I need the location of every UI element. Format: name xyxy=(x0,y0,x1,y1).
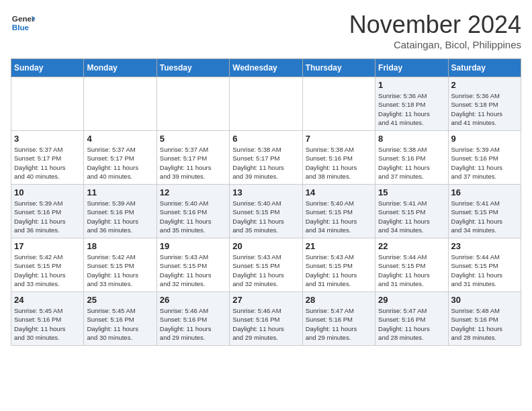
day-info: Sunrise: 5:46 AM Sunset: 5:16 PM Dayligh… xyxy=(160,306,226,342)
day-number: 14 xyxy=(306,187,372,197)
day-info: Sunrise: 5:39 AM Sunset: 5:16 PM Dayligh… xyxy=(87,199,153,234)
weekday-header-cell: Thursday xyxy=(302,59,375,77)
logo: General Blue xyxy=(11,11,35,35)
calendar-day-cell: 6Sunrise: 5:38 AM Sunset: 5:17 PM Daylig… xyxy=(230,131,302,185)
calendar-day-cell: 29Sunrise: 5:47 AM Sunset: 5:16 PM Dayli… xyxy=(375,292,448,346)
calendar-day-cell: 20Sunrise: 5:43 AM Sunset: 5:15 PM Dayli… xyxy=(230,238,302,292)
calendar-week-row: 3Sunrise: 5:37 AM Sunset: 5:17 PM Daylig… xyxy=(11,131,521,185)
day-info: Sunrise: 5:46 AM Sunset: 5:16 PM Dayligh… xyxy=(232,306,299,342)
calendar-day-cell: 13Sunrise: 5:40 AM Sunset: 5:15 PM Dayli… xyxy=(230,185,302,238)
day-number: 25 xyxy=(87,295,153,305)
day-info: Sunrise: 5:42 AM Sunset: 5:15 PM Dayligh… xyxy=(87,253,153,288)
day-number: 19 xyxy=(160,241,226,251)
day-info: Sunrise: 5:44 AM Sunset: 5:15 PM Dayligh… xyxy=(451,253,518,288)
day-number: 30 xyxy=(451,295,518,305)
calendar-day-cell: 18Sunrise: 5:42 AM Sunset: 5:15 PM Dayli… xyxy=(84,238,157,292)
calendar-day-cell: 14Sunrise: 5:40 AM Sunset: 5:15 PM Dayli… xyxy=(302,185,375,238)
day-number: 26 xyxy=(160,295,226,305)
day-number: 22 xyxy=(378,241,445,251)
day-number: 9 xyxy=(451,134,518,144)
day-number: 8 xyxy=(378,134,445,144)
day-number: 28 xyxy=(306,295,372,305)
day-info: Sunrise: 5:36 AM Sunset: 5:18 PM Dayligh… xyxy=(451,91,518,127)
day-info: Sunrise: 5:39 AM Sunset: 5:16 PM Dayligh… xyxy=(451,145,518,181)
day-number: 29 xyxy=(378,295,445,305)
calendar-day-cell xyxy=(302,77,375,131)
calendar-day-cell: 26Sunrise: 5:46 AM Sunset: 5:16 PM Dayli… xyxy=(157,292,229,346)
day-number: 12 xyxy=(160,187,226,197)
calendar-day-cell xyxy=(157,77,229,131)
location-subtitle: Cataingan, Bicol, Philippines xyxy=(349,39,521,50)
calendar-day-cell: 17Sunrise: 5:42 AM Sunset: 5:15 PM Dayli… xyxy=(11,238,84,292)
calendar-day-cell: 24Sunrise: 5:45 AM Sunset: 5:16 PM Dayli… xyxy=(11,292,84,346)
calendar-day-cell xyxy=(11,77,84,131)
day-info: Sunrise: 5:41 AM Sunset: 5:15 PM Dayligh… xyxy=(378,199,445,234)
calendar-table: SundayMondayTuesdayWednesdayThursdayFrid… xyxy=(11,58,521,346)
day-number: 7 xyxy=(306,134,372,144)
logo-icon: General Blue xyxy=(11,11,35,35)
calendar-day-cell: 21Sunrise: 5:43 AM Sunset: 5:15 PM Dayli… xyxy=(302,238,375,292)
title-block: November 2024 Cataingan, Bicol, Philippi… xyxy=(349,11,521,50)
day-number: 18 xyxy=(87,241,153,251)
calendar-day-cell: 8Sunrise: 5:38 AM Sunset: 5:16 PM Daylig… xyxy=(375,131,448,185)
weekday-header-cell: Monday xyxy=(84,59,157,77)
day-number: 3 xyxy=(14,134,81,144)
calendar-day-cell: 1Sunrise: 5:36 AM Sunset: 5:18 PM Daylig… xyxy=(375,77,448,131)
day-number: 15 xyxy=(378,187,445,197)
day-info: Sunrise: 5:43 AM Sunset: 5:15 PM Dayligh… xyxy=(306,253,372,288)
day-number: 11 xyxy=(87,187,153,197)
day-info: Sunrise: 5:37 AM Sunset: 5:17 PM Dayligh… xyxy=(14,145,81,181)
weekday-header-cell: Saturday xyxy=(448,59,521,77)
day-number: 5 xyxy=(160,134,226,144)
page-header: General Blue November 2024 Cataingan, Bi… xyxy=(11,11,521,50)
calendar-day-cell xyxy=(84,77,157,131)
weekday-header-row: SundayMondayTuesdayWednesdayThursdayFrid… xyxy=(11,59,521,77)
calendar-day-cell: 23Sunrise: 5:44 AM Sunset: 5:15 PM Dayli… xyxy=(448,238,521,292)
calendar-day-cell: 12Sunrise: 5:40 AM Sunset: 5:16 PM Dayli… xyxy=(157,185,229,238)
month-title: November 2024 xyxy=(349,11,521,39)
calendar-day-cell: 2Sunrise: 5:36 AM Sunset: 5:18 PM Daylig… xyxy=(448,77,521,131)
svg-text:General: General xyxy=(12,14,35,23)
day-number: 20 xyxy=(232,241,299,251)
day-number: 6 xyxy=(232,134,299,144)
calendar-day-cell: 28Sunrise: 5:47 AM Sunset: 5:16 PM Dayli… xyxy=(302,292,375,346)
calendar-day-cell: 16Sunrise: 5:41 AM Sunset: 5:15 PM Dayli… xyxy=(448,185,521,238)
day-number: 24 xyxy=(14,295,81,305)
calendar-day-cell: 15Sunrise: 5:41 AM Sunset: 5:15 PM Dayli… xyxy=(375,185,448,238)
calendar-day-cell: 25Sunrise: 5:45 AM Sunset: 5:16 PM Dayli… xyxy=(84,292,157,346)
calendar-day-cell: 27Sunrise: 5:46 AM Sunset: 5:16 PM Dayli… xyxy=(230,292,302,346)
calendar-day-cell xyxy=(230,77,302,131)
weekday-header-cell: Friday xyxy=(375,59,448,77)
day-info: Sunrise: 5:40 AM Sunset: 5:15 PM Dayligh… xyxy=(232,199,299,234)
calendar-week-row: 10Sunrise: 5:39 AM Sunset: 5:16 PM Dayli… xyxy=(11,185,521,238)
calendar-day-cell: 30Sunrise: 5:48 AM Sunset: 5:16 PM Dayli… xyxy=(448,292,521,346)
calendar-day-cell: 10Sunrise: 5:39 AM Sunset: 5:16 PM Dayli… xyxy=(11,185,84,238)
day-info: Sunrise: 5:38 AM Sunset: 5:16 PM Dayligh… xyxy=(306,145,372,181)
day-info: Sunrise: 5:36 AM Sunset: 5:18 PM Dayligh… xyxy=(378,91,445,127)
calendar-body: 1Sunrise: 5:36 AM Sunset: 5:18 PM Daylig… xyxy=(11,77,521,346)
day-info: Sunrise: 5:43 AM Sunset: 5:15 PM Dayligh… xyxy=(160,253,226,288)
day-info: Sunrise: 5:45 AM Sunset: 5:16 PM Dayligh… xyxy=(87,306,153,342)
calendar-week-row: 24Sunrise: 5:45 AM Sunset: 5:16 PM Dayli… xyxy=(11,292,521,346)
day-number: 21 xyxy=(306,241,372,251)
day-info: Sunrise: 5:40 AM Sunset: 5:16 PM Dayligh… xyxy=(160,199,226,234)
calendar-week-row: 1Sunrise: 5:36 AM Sunset: 5:18 PM Daylig… xyxy=(11,77,521,131)
weekday-header-cell: Tuesday xyxy=(157,59,229,77)
day-number: 17 xyxy=(14,241,81,251)
weekday-header-cell: Sunday xyxy=(11,59,84,77)
day-info: Sunrise: 5:38 AM Sunset: 5:17 PM Dayligh… xyxy=(232,145,299,181)
day-info: Sunrise: 5:48 AM Sunset: 5:16 PM Dayligh… xyxy=(451,306,518,342)
day-info: Sunrise: 5:37 AM Sunset: 5:17 PM Dayligh… xyxy=(160,145,226,181)
day-info: Sunrise: 5:38 AM Sunset: 5:16 PM Dayligh… xyxy=(378,145,445,181)
day-number: 16 xyxy=(451,187,518,197)
day-info: Sunrise: 5:44 AM Sunset: 5:15 PM Dayligh… xyxy=(378,253,445,288)
calendar-day-cell: 3Sunrise: 5:37 AM Sunset: 5:17 PM Daylig… xyxy=(11,131,84,185)
calendar-day-cell: 11Sunrise: 5:39 AM Sunset: 5:16 PM Dayli… xyxy=(84,185,157,238)
day-number: 4 xyxy=(87,134,153,144)
calendar-day-cell: 9Sunrise: 5:39 AM Sunset: 5:16 PM Daylig… xyxy=(448,131,521,185)
weekday-header-cell: Wednesday xyxy=(230,59,302,77)
day-info: Sunrise: 5:43 AM Sunset: 5:15 PM Dayligh… xyxy=(232,253,299,288)
day-number: 1 xyxy=(378,80,445,90)
day-info: Sunrise: 5:47 AM Sunset: 5:16 PM Dayligh… xyxy=(306,306,372,342)
calendar-day-cell: 7Sunrise: 5:38 AM Sunset: 5:16 PM Daylig… xyxy=(302,131,375,185)
